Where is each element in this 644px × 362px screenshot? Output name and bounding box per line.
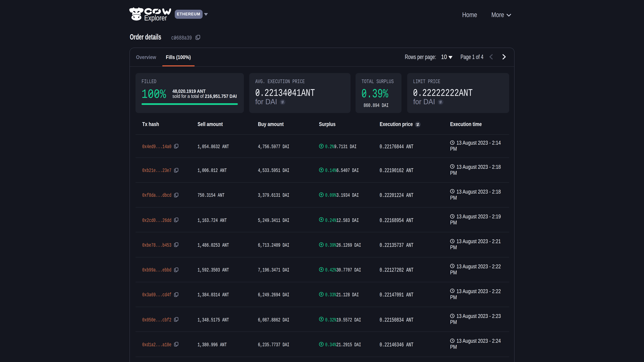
svg-text:Explorer: Explorer — [144, 14, 167, 22]
